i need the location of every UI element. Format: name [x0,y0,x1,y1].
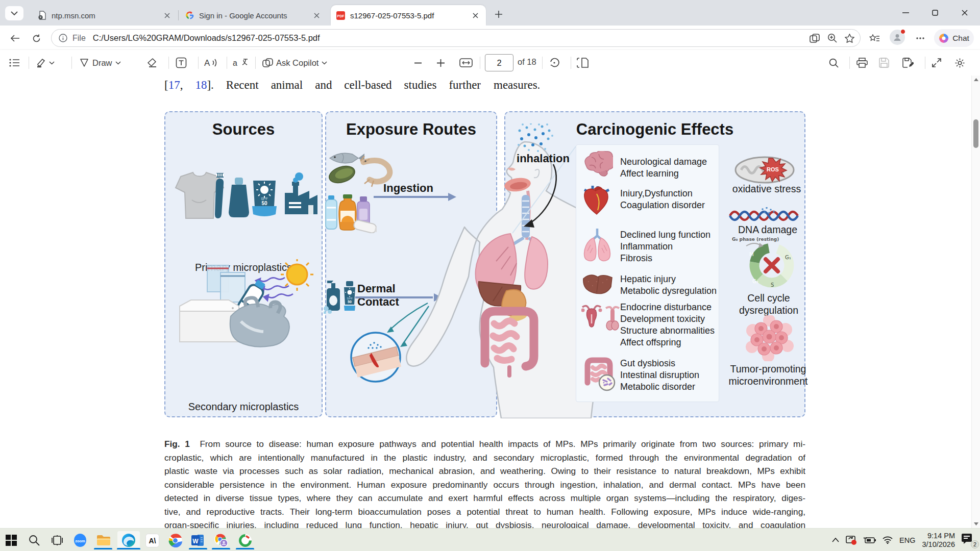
profile-avatar[interactable] [890,30,905,45]
print-button[interactable] [856,54,868,72]
scroll-down-icon[interactable] [974,522,978,525]
split-screen-button[interactable] [808,32,821,45]
highlight-button[interactable] [36,54,55,72]
windows-logo-icon [6,535,17,546]
page-number-input[interactable] [485,54,513,71]
maximize-icon [932,10,938,16]
taskbar-zoom-app[interactable]: zoom [70,531,90,549]
ask-copilot-button[interactable]: Ask Copilot [262,54,327,72]
save-button[interactable] [879,54,889,72]
svg-text:zoom: zoom [75,539,85,543]
water-bottle-icon [326,195,337,229]
minimize-button[interactable] [894,0,918,26]
expand-button[interactable] [932,54,941,72]
contents-button[interactable] [9,54,19,72]
language-indicator[interactable]: ENG [899,536,915,544]
scrollbar-thumb[interactable] [973,119,978,148]
add-text-button[interactable] [176,54,187,72]
close-button[interactable] [952,0,976,26]
vertical-scrollbar[interactable] [971,76,980,528]
favorites-bar-button[interactable] [868,32,881,45]
tab-search-button[interactable] [5,6,23,20]
start-button[interactable] [1,531,21,549]
male-reproductive-icon [606,307,619,330]
read-aloud-button[interactable]: A [204,54,217,72]
taskbar-chrome-profile[interactable] [211,531,231,549]
minimize-icon [902,12,909,13]
tab-pdf-active[interactable]: PDF s12967-025-07553-5.pdf [331,5,486,26]
cell-cycle-label: Cell cycle dysregulation [725,292,813,316]
settings-button[interactable] [954,54,965,72]
effect-text: Endocrine disturbance Development toxici… [620,302,715,348]
running-indicator [236,548,254,549]
dna-damage-icon [729,207,806,224]
save-as-button[interactable] [902,54,914,72]
favorite-star-button[interactable] [843,32,856,45]
rotate-button[interactable] [549,54,559,72]
clock[interactable]: 9:14 PM 3/10/2026 [922,532,955,549]
plus-icon [495,11,502,18]
search-document-button[interactable] [829,54,839,72]
taskbar-word[interactable]: W [188,531,208,549]
svg-text:G₂: G₂ [752,279,758,284]
citation-link[interactable]: 18 [195,79,207,91]
new-tab-button[interactable] [491,7,506,22]
taskbar-ai-app[interactable]: A\ [142,531,162,549]
task-view-button[interactable] [47,531,67,549]
taskbar-search-button[interactable] [24,531,44,549]
gear-icon [954,58,965,68]
page-view-button[interactable] [577,54,589,72]
fit-width-button[interactable] [459,54,473,72]
battery-icon[interactable] [864,537,876,544]
back-button[interactable] [8,32,21,45]
dermal-skin-arrows [376,299,435,353]
sources-panel: Sources SPF 50 Primary microplastics [164,111,323,417]
tray-chevron-icon[interactable] [832,538,839,542]
chrome-profile-icon [214,533,228,547]
toolbar-divider [71,57,72,69]
caption-line: organ-specific injuries, including reduc… [164,518,805,528]
refresh-button[interactable] [30,32,43,45]
zoom-in-button[interactable] [437,54,445,72]
toolbar-divider [542,57,543,69]
taskbar-file-explorer[interactable] [93,531,113,549]
zoom-out-button[interactable] [414,54,422,72]
taskbar-edge-active[interactable] [117,531,140,549]
copilot-chat-button[interactable]: Chat [934,29,974,47]
expand-icon [932,58,941,67]
tab-close-icon[interactable] [470,10,481,21]
notification-center-button[interactable]: 2 [962,534,977,547]
citation-link[interactable]: 17 [168,79,180,91]
ref-sep: , [180,79,195,91]
ai-app-icon: A\ [145,534,159,547]
address-input[interactable]: File C:/Users/LG%20GRAM/Downloads/s12967… [51,29,861,47]
favorites-list-icon [869,34,880,43]
soap-pump-icon [324,281,340,314]
taskbar-green-app[interactable] [235,531,255,549]
running-indicator [212,548,230,549]
wifi-icon[interactable] [883,536,893,544]
erase-button[interactable] [147,54,158,72]
translate-button[interactable]: a [233,54,248,72]
chrome-icon [168,534,182,547]
maximize-button[interactable] [923,0,947,26]
tab-msn[interactable]: ntp.msn.com [33,5,178,26]
more-menu-button[interactable] [914,32,927,45]
tab-title: Sign in - Google Accounts [199,11,306,20]
sync-status-icon[interactable] [846,535,857,545]
caption-line: considerable persistence in the environm… [164,478,805,492]
draw-button[interactable]: Draw [79,54,121,72]
taskbar-chrome[interactable] [165,531,185,549]
ref-bracket: [ [164,79,168,91]
fish-icon [330,153,364,163]
close-icon [962,10,968,16]
zoom-page-button[interactable] [825,32,839,45]
tab-close-icon[interactable] [311,10,322,21]
scroll-up-icon[interactable] [974,78,978,81]
ref-bracket: ]. [207,79,213,91]
tab-google-signin[interactable]: Sign in - Google Accounts [180,5,327,26]
toolbar-divider [925,57,925,69]
tab-close-icon[interactable] [161,10,173,21]
cell-cycle-icon: G₁ S G₂ M G₀ phase (resting) [731,235,807,292]
file-explorer-icon [96,534,110,546]
